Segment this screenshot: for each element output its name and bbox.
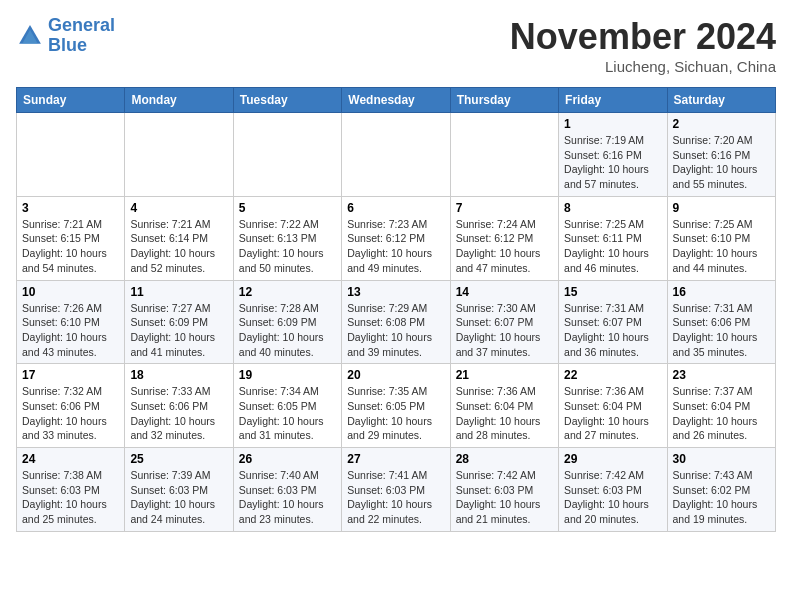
location: Liucheng, Sichuan, China	[510, 58, 776, 75]
calendar-cell: 2Sunrise: 7:20 AM Sunset: 6:16 PM Daylig…	[667, 113, 775, 197]
weekday-header-sunday: Sunday	[17, 88, 125, 113]
day-number: 21	[456, 368, 553, 382]
calendar-cell: 16Sunrise: 7:31 AM Sunset: 6:06 PM Dayli…	[667, 280, 775, 364]
weekday-header-row: SundayMondayTuesdayWednesdayThursdayFrid…	[17, 88, 776, 113]
calendar-cell: 26Sunrise: 7:40 AM Sunset: 6:03 PM Dayli…	[233, 448, 341, 532]
day-number: 3	[22, 201, 119, 215]
calendar-cell	[342, 113, 450, 197]
day-info: Sunrise: 7:27 AM Sunset: 6:09 PM Dayligh…	[130, 301, 227, 360]
day-info: Sunrise: 7:28 AM Sunset: 6:09 PM Dayligh…	[239, 301, 336, 360]
day-number: 11	[130, 285, 227, 299]
week-row-3: 10Sunrise: 7:26 AM Sunset: 6:10 PM Dayli…	[17, 280, 776, 364]
day-number: 19	[239, 368, 336, 382]
logo: General Blue	[16, 16, 115, 56]
day-info: Sunrise: 7:43 AM Sunset: 6:02 PM Dayligh…	[673, 468, 770, 527]
calendar-cell: 6Sunrise: 7:23 AM Sunset: 6:12 PM Daylig…	[342, 196, 450, 280]
month-title: November 2024	[510, 16, 776, 58]
logo-icon	[16, 22, 44, 50]
day-info: Sunrise: 7:31 AM Sunset: 6:06 PM Dayligh…	[673, 301, 770, 360]
day-info: Sunrise: 7:39 AM Sunset: 6:03 PM Dayligh…	[130, 468, 227, 527]
calendar-cell: 7Sunrise: 7:24 AM Sunset: 6:12 PM Daylig…	[450, 196, 558, 280]
day-info: Sunrise: 7:26 AM Sunset: 6:10 PM Dayligh…	[22, 301, 119, 360]
weekday-header-monday: Monday	[125, 88, 233, 113]
calendar-cell	[450, 113, 558, 197]
day-info: Sunrise: 7:38 AM Sunset: 6:03 PM Dayligh…	[22, 468, 119, 527]
weekday-header-wednesday: Wednesday	[342, 88, 450, 113]
day-number: 17	[22, 368, 119, 382]
day-number: 22	[564, 368, 661, 382]
day-info: Sunrise: 7:42 AM Sunset: 6:03 PM Dayligh…	[456, 468, 553, 527]
day-info: Sunrise: 7:36 AM Sunset: 6:04 PM Dayligh…	[564, 384, 661, 443]
calendar-cell: 28Sunrise: 7:42 AM Sunset: 6:03 PM Dayli…	[450, 448, 558, 532]
day-info: Sunrise: 7:25 AM Sunset: 6:10 PM Dayligh…	[673, 217, 770, 276]
day-number: 28	[456, 452, 553, 466]
day-number: 15	[564, 285, 661, 299]
day-number: 5	[239, 201, 336, 215]
day-number: 2	[673, 117, 770, 131]
day-number: 4	[130, 201, 227, 215]
calendar-cell: 4Sunrise: 7:21 AM Sunset: 6:14 PM Daylig…	[125, 196, 233, 280]
day-number: 8	[564, 201, 661, 215]
day-info: Sunrise: 7:40 AM Sunset: 6:03 PM Dayligh…	[239, 468, 336, 527]
calendar-cell: 25Sunrise: 7:39 AM Sunset: 6:03 PM Dayli…	[125, 448, 233, 532]
day-number: 13	[347, 285, 444, 299]
day-info: Sunrise: 7:22 AM Sunset: 6:13 PM Dayligh…	[239, 217, 336, 276]
calendar-cell: 19Sunrise: 7:34 AM Sunset: 6:05 PM Dayli…	[233, 364, 341, 448]
calendar-cell: 1Sunrise: 7:19 AM Sunset: 6:16 PM Daylig…	[559, 113, 667, 197]
page-header: General Blue November 2024 Liucheng, Sic…	[16, 16, 776, 75]
day-number: 9	[673, 201, 770, 215]
week-row-4: 17Sunrise: 7:32 AM Sunset: 6:06 PM Dayli…	[17, 364, 776, 448]
day-info: Sunrise: 7:19 AM Sunset: 6:16 PM Dayligh…	[564, 133, 661, 192]
day-info: Sunrise: 7:32 AM Sunset: 6:06 PM Dayligh…	[22, 384, 119, 443]
logo-line1: General	[48, 15, 115, 35]
day-info: Sunrise: 7:21 AM Sunset: 6:14 PM Dayligh…	[130, 217, 227, 276]
weekday-header-friday: Friday	[559, 88, 667, 113]
day-number: 20	[347, 368, 444, 382]
calendar-cell: 20Sunrise: 7:35 AM Sunset: 6:05 PM Dayli…	[342, 364, 450, 448]
day-info: Sunrise: 7:25 AM Sunset: 6:11 PM Dayligh…	[564, 217, 661, 276]
day-info: Sunrise: 7:30 AM Sunset: 6:07 PM Dayligh…	[456, 301, 553, 360]
day-info: Sunrise: 7:37 AM Sunset: 6:04 PM Dayligh…	[673, 384, 770, 443]
week-row-5: 24Sunrise: 7:38 AM Sunset: 6:03 PM Dayli…	[17, 448, 776, 532]
calendar-cell: 10Sunrise: 7:26 AM Sunset: 6:10 PM Dayli…	[17, 280, 125, 364]
day-info: Sunrise: 7:33 AM Sunset: 6:06 PM Dayligh…	[130, 384, 227, 443]
calendar-cell	[17, 113, 125, 197]
calendar-cell: 17Sunrise: 7:32 AM Sunset: 6:06 PM Dayli…	[17, 364, 125, 448]
day-info: Sunrise: 7:41 AM Sunset: 6:03 PM Dayligh…	[347, 468, 444, 527]
calendar-cell: 8Sunrise: 7:25 AM Sunset: 6:11 PM Daylig…	[559, 196, 667, 280]
day-number: 7	[456, 201, 553, 215]
day-info: Sunrise: 7:36 AM Sunset: 6:04 PM Dayligh…	[456, 384, 553, 443]
day-number: 29	[564, 452, 661, 466]
calendar-cell: 18Sunrise: 7:33 AM Sunset: 6:06 PM Dayli…	[125, 364, 233, 448]
day-number: 30	[673, 452, 770, 466]
day-info: Sunrise: 7:23 AM Sunset: 6:12 PM Dayligh…	[347, 217, 444, 276]
day-info: Sunrise: 7:24 AM Sunset: 6:12 PM Dayligh…	[456, 217, 553, 276]
day-number: 16	[673, 285, 770, 299]
day-number: 23	[673, 368, 770, 382]
calendar-cell: 12Sunrise: 7:28 AM Sunset: 6:09 PM Dayli…	[233, 280, 341, 364]
day-info: Sunrise: 7:34 AM Sunset: 6:05 PM Dayligh…	[239, 384, 336, 443]
day-number: 1	[564, 117, 661, 131]
calendar-cell	[125, 113, 233, 197]
calendar-cell: 3Sunrise: 7:21 AM Sunset: 6:15 PM Daylig…	[17, 196, 125, 280]
calendar-cell: 23Sunrise: 7:37 AM Sunset: 6:04 PM Dayli…	[667, 364, 775, 448]
calendar-cell: 21Sunrise: 7:36 AM Sunset: 6:04 PM Dayli…	[450, 364, 558, 448]
day-number: 25	[130, 452, 227, 466]
day-number: 27	[347, 452, 444, 466]
day-info: Sunrise: 7:20 AM Sunset: 6:16 PM Dayligh…	[673, 133, 770, 192]
day-number: 6	[347, 201, 444, 215]
calendar-cell: 30Sunrise: 7:43 AM Sunset: 6:02 PM Dayli…	[667, 448, 775, 532]
week-row-1: 1Sunrise: 7:19 AM Sunset: 6:16 PM Daylig…	[17, 113, 776, 197]
calendar-cell: 11Sunrise: 7:27 AM Sunset: 6:09 PM Dayli…	[125, 280, 233, 364]
logo-text: General Blue	[48, 16, 115, 56]
day-info: Sunrise: 7:35 AM Sunset: 6:05 PM Dayligh…	[347, 384, 444, 443]
day-info: Sunrise: 7:21 AM Sunset: 6:15 PM Dayligh…	[22, 217, 119, 276]
day-info: Sunrise: 7:29 AM Sunset: 6:08 PM Dayligh…	[347, 301, 444, 360]
calendar-cell: 13Sunrise: 7:29 AM Sunset: 6:08 PM Dayli…	[342, 280, 450, 364]
weekday-header-tuesday: Tuesday	[233, 88, 341, 113]
calendar-cell: 22Sunrise: 7:36 AM Sunset: 6:04 PM Dayli…	[559, 364, 667, 448]
calendar-cell: 14Sunrise: 7:30 AM Sunset: 6:07 PM Dayli…	[450, 280, 558, 364]
day-number: 26	[239, 452, 336, 466]
weekday-header-saturday: Saturday	[667, 88, 775, 113]
logo-line2: Blue	[48, 35, 87, 55]
